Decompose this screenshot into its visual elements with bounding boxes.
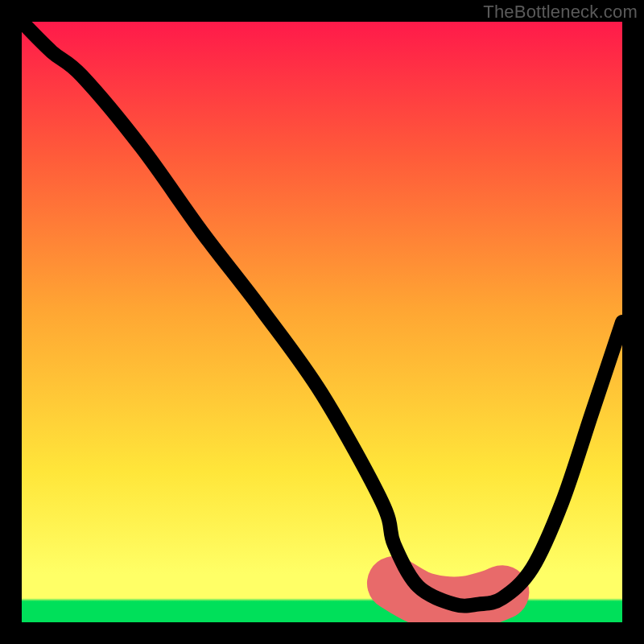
plot-area	[22, 22, 622, 622]
plot-svg	[22, 22, 622, 622]
chart-frame: TheBottleneck.com	[0, 0, 644, 644]
watermark-text: TheBottleneck.com	[483, 2, 638, 23]
